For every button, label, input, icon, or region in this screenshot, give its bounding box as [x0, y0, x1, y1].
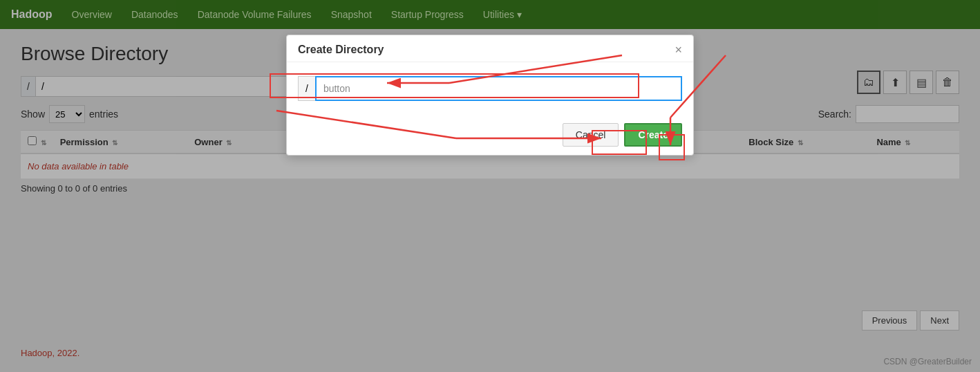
modal-title: Create Directory	[298, 44, 384, 56]
cancel-button[interactable]: Cancel	[563, 123, 619, 147]
modal-footer: Cancel Create	[287, 115, 693, 155]
modal-slash: /	[298, 76, 315, 101]
watermark: CSDN @GreaterBuilder	[883, 357, 972, 366]
modal-input-row: /	[298, 76, 682, 101]
modal-header: Create Directory ×	[287, 35, 693, 62]
directory-name-input[interactable]	[315, 76, 682, 101]
modal-overlay: Create Directory × / Cancel Create	[0, 0, 980, 372]
create-button[interactable]: Create	[624, 123, 682, 147]
create-directory-modal: Create Directory × / Cancel Create	[286, 35, 694, 156]
modal-body: /	[287, 62, 693, 115]
modal-close-button[interactable]: ×	[675, 44, 682, 56]
